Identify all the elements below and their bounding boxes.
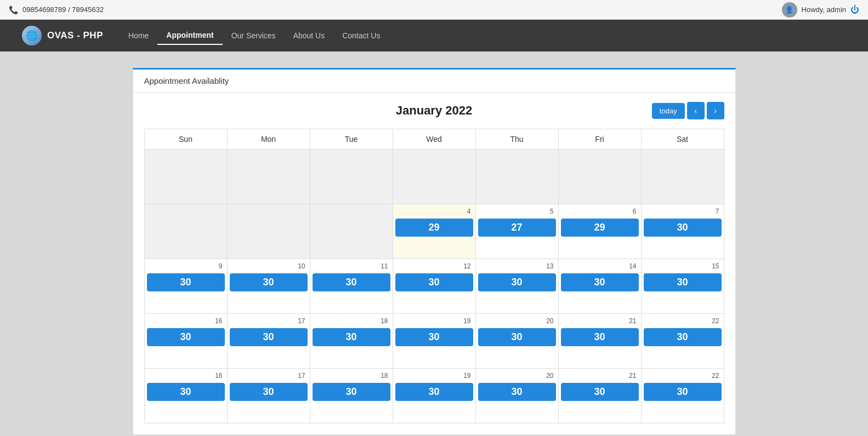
col-fri: Fri (558, 129, 641, 150)
event-badge[interactable]: 30 (230, 328, 308, 346)
main-content: Appointment Availablity January 2022 tod… (0, 51, 868, 436)
next-button[interactable]: › (707, 102, 724, 119)
event-badge[interactable]: 29 (395, 219, 473, 237)
table-row: 2030 (475, 369, 558, 423)
brand-logo-icon: 🌐 (22, 26, 42, 45)
topbar: 📞 09854698789 / 78945632 👤 Howdy, admin … (0, 0, 868, 20)
power-icon[interactable]: ⏻ (850, 5, 859, 15)
day-number: 10 (230, 261, 308, 271)
table-row (641, 150, 724, 204)
event-badge[interactable]: 30 (644, 383, 722, 401)
calendar-section-title: Appointment Availablity (133, 70, 735, 93)
day-number: 17 (230, 371, 308, 381)
table-row: 2230 (641, 314, 724, 369)
table-row: 1730 (227, 314, 310, 369)
event-badge[interactable]: 30 (478, 328, 556, 346)
day-number: 11 (313, 261, 390, 271)
event-badge[interactable]: 30 (478, 273, 556, 291)
calendar-month-year: January 2022 (396, 104, 472, 118)
table-row (558, 150, 641, 204)
table-row: 2030 (475, 314, 558, 369)
event-badge[interactable]: 30 (561, 328, 639, 346)
table-row: 1830 (310, 369, 393, 423)
event-badge[interactable]: 30 (147, 383, 225, 401)
table-row: 1330 (475, 259, 558, 314)
event-badge[interactable]: 27 (478, 219, 556, 237)
day-number: 4 (395, 206, 473, 216)
day-number: 20 (478, 316, 556, 326)
prev-button[interactable]: ‹ (687, 102, 705, 119)
table-row: 1230 (393, 259, 475, 314)
event-badge[interactable]: 30 (395, 383, 473, 401)
event-badge[interactable]: 30 (313, 328, 390, 346)
nav-item-contact[interactable]: Contact Us (333, 27, 389, 44)
brand-name: OVAS - PHP (47, 30, 103, 41)
day-number: 21 (561, 316, 639, 326)
day-number: 19 (395, 371, 473, 381)
navbar-brand: 🌐 OVAS - PHP (22, 26, 103, 45)
nav-link-about[interactable]: About Us (285, 27, 334, 44)
day-number: 22 (644, 316, 722, 326)
day-number: 13 (478, 261, 556, 271)
table-row (227, 150, 310, 204)
nav-item-home[interactable]: Home (120, 27, 157, 44)
calendar-container: Appointment Availablity January 2022 tod… (133, 68, 736, 435)
event-badge[interactable]: 30 (644, 328, 722, 346)
table-row (393, 150, 475, 204)
table-row (144, 150, 227, 204)
table-row: 2230 (641, 369, 724, 423)
topbar-left: 📞 09854698789 / 78945632 (9, 5, 104, 14)
event-badge[interactable]: 30 (561, 273, 639, 291)
nav-link-contact[interactable]: Contact Us (333, 27, 389, 44)
table-row: 1030 (227, 259, 310, 314)
event-badge[interactable]: 30 (561, 383, 639, 401)
nav-link-appointment[interactable]: Appointment (157, 26, 222, 45)
greeting-text: Howdy, admin (802, 5, 846, 14)
col-sat: Sat (641, 129, 724, 150)
event-badge[interactable]: 30 (313, 273, 390, 291)
nav-item-appointment[interactable]: Appointment (157, 26, 222, 45)
event-badge[interactable]: 30 (395, 328, 473, 346)
day-number: 6 (561, 206, 639, 216)
navbar: 🌐 OVAS - PHP Home Appointment Our Servic… (0, 20, 868, 51)
col-wed: Wed (393, 129, 475, 150)
day-number: 20 (478, 371, 556, 381)
event-badge[interactable]: 30 (395, 273, 473, 291)
table-row: 629 (558, 204, 641, 259)
topbar-right: 👤 Howdy, admin ⏻ (782, 2, 859, 18)
table-row: 2130 (558, 314, 641, 369)
day-number: 16 (147, 316, 225, 326)
day-number: 18 (313, 316, 390, 326)
table-row (144, 204, 227, 259)
today-button[interactable]: today (652, 103, 685, 119)
table-row: 730 (641, 204, 724, 259)
event-badge[interactable]: 30 (230, 273, 308, 291)
table-row: 930 (144, 259, 227, 314)
avatar: 👤 (782, 2, 797, 18)
table-row: 1130 (310, 259, 393, 314)
nav-item-services[interactable]: Our Services (223, 27, 285, 44)
event-badge[interactable]: 30 (147, 328, 225, 346)
table-row: 1430 (558, 259, 641, 314)
nav-link-home[interactable]: Home (120, 27, 157, 44)
day-number: 17 (230, 316, 308, 326)
event-badge[interactable]: 30 (478, 383, 556, 401)
table-row: 1730 (227, 369, 310, 423)
table-row (310, 150, 393, 204)
table-row: 1630 (144, 314, 227, 369)
day-number: 22 (644, 371, 722, 381)
event-badge[interactable]: 29 (561, 219, 639, 237)
event-badge[interactable]: 30 (644, 273, 722, 291)
event-badge[interactable]: 30 (644, 219, 722, 237)
nav-links: Home Appointment Our Services About Us C… (120, 26, 389, 45)
day-number: 5 (478, 206, 556, 216)
table-row: 1930 (393, 314, 475, 369)
event-badge[interactable]: 30 (147, 273, 225, 291)
nav-link-services[interactable]: Our Services (223, 27, 285, 44)
event-badge[interactable]: 30 (230, 383, 308, 401)
table-row: 2130 (558, 369, 641, 423)
phone-icon: 📞 (9, 5, 18, 14)
nav-item-about[interactable]: About Us (285, 27, 334, 44)
table-row: 429 (393, 204, 475, 259)
event-badge[interactable]: 30 (313, 383, 390, 401)
